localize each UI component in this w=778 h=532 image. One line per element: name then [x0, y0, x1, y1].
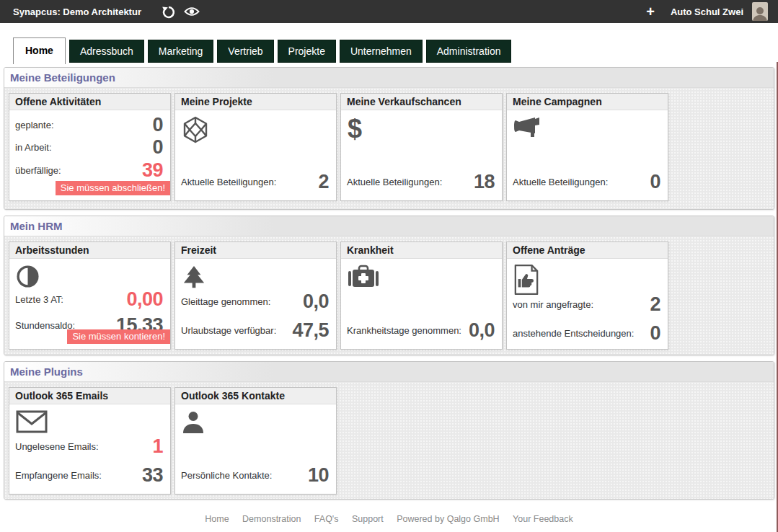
footer-link-powered-by[interactable]: Powered by Qalgo GmbH: [397, 514, 499, 524]
history-icon[interactable]: [160, 4, 177, 19]
stat-value: 0,0: [303, 292, 329, 311]
stat-value: 0: [650, 324, 660, 343]
card-meine-verkaufschancen: Meine Verkaufschancen $ Aktuelle Beteili…: [340, 93, 503, 201]
stat-value: 2: [318, 172, 329, 192]
section-body: Arbeitsstunden Letzte 3 AT: 0,00 Stunden…: [4, 236, 774, 355]
card-title: Meine Verkaufschancen: [341, 94, 502, 110]
dollar-icon: $: [348, 116, 502, 142]
stat-row: Letzte 3 AT: 0,00: [15, 290, 163, 309]
stat-row: Krankheitstage genommen: 0,0: [347, 321, 495, 340]
stat-row: geplante: 0: [15, 115, 163, 135]
envelope-icon: [16, 410, 170, 433]
card-offene-antraege: Offene Anträge von mir angefragte: 2 ans…: [506, 241, 668, 350]
topbar: Synapcus: Demo Architektur + Auto Schul …: [0, 0, 778, 23]
stat-label: von mir angefragte:: [513, 299, 593, 310]
card-title: Outlook 365 Kontakte: [175, 388, 336, 404]
stat-label: Aktuelle Beteiligungen:: [513, 177, 608, 187]
footer-link-faqs[interactable]: FAQ's: [314, 514, 339, 524]
stat-label: Gleittage genommen:: [181, 296, 270, 307]
section-plugins: Meine Plugins Outlook 365 Emails Ungeles…: [4, 361, 774, 500]
stat-label: überfällige:: [15, 165, 61, 176]
stat-value: 2: [650, 295, 660, 314]
section-title: Meine Beteiligungen: [4, 68, 774, 88]
stat-label: Urlaubstage verfügbar:: [181, 325, 276, 336]
person-icon: [182, 410, 336, 433]
card-arbeitsstunden: Arbeitsstunden Letzte 3 AT: 0,00 Stunden…: [9, 241, 171, 350]
card-title: Outlook 365 Emails: [9, 388, 170, 404]
stat-row: Urlaubstage verfügbar: 47,5: [181, 321, 329, 340]
stat-label: in Arbeit:: [15, 142, 52, 153]
stat-value: 18: [474, 172, 495, 192]
eye-icon[interactable]: [183, 4, 200, 19]
card-title: Offene Aktivitäten: [9, 94, 170, 110]
tree-icon: [182, 265, 336, 291]
current-user-name[interactable]: Auto Schul Zwei: [671, 6, 743, 17]
card-title: Meine Campagnen: [507, 94, 668, 110]
stat-value: 0,0: [469, 321, 495, 340]
footer-link-feedback[interactable]: Your Feedback: [513, 514, 573, 524]
stat-row: Persönliche Kontakte: 10: [181, 466, 329, 485]
stat-row: anstehende Entscheidungen: 0: [513, 324, 660, 343]
stat-value: 10: [308, 466, 329, 485]
stat-label: anstehende Entscheidungen:: [513, 328, 634, 339]
card-title: Krankheit: [341, 242, 502, 259]
stat-value-alert: 0,00: [126, 290, 163, 309]
contrast-icon: [16, 265, 170, 288]
card-offene-aktivitaeten: Offene Aktivitäten geplante: 0 in Arbeit…: [9, 93, 171, 201]
main-nav: Home Adressbuch Marketing Vertrieb Proje…: [0, 23, 778, 63]
stat-value: 0: [650, 172, 660, 192]
card-krankheit: Krankheit Krankheitstage genommen: 0,0: [340, 241, 503, 350]
stat-row: Aktuelle Beteiligungen: 0: [513, 172, 660, 192]
card-title: Freizeit: [175, 242, 336, 259]
card-title: Meine Projekte: [175, 94, 336, 110]
first-aid-icon: [348, 265, 502, 289]
card-freizeit: Freizeit Gleittage genommen: 0,0 Urlaubs…: [174, 241, 337, 350]
tab-administration[interactable]: Administration: [426, 40, 512, 63]
section-body: Offene Aktivitäten geplante: 0 in Arbeit…: [4, 88, 774, 209]
tab-adressbuch[interactable]: Adressbuch: [69, 40, 144, 63]
stat-value-alert: 1: [152, 437, 163, 456]
tab-unternehmen[interactable]: Unternehmen: [340, 40, 423, 63]
card-meine-campagnen: Meine Campagnen Aktuelle Beteiligungen: …: [506, 93, 668, 201]
stat-row: überfällige: 39: [15, 161, 163, 180]
cube-icon: [182, 116, 336, 145]
section-hrm: Mein HRM Arbeitsstunden Letzte 3 AT: 0,0…: [4, 216, 774, 355]
footer-link-support[interactable]: Support: [352, 514, 384, 524]
stat-row: Ungelesene Emails: 1: [15, 437, 163, 456]
section-title: Mein HRM: [4, 216, 774, 236]
stat-row: Empfangene Emails: 33: [15, 466, 163, 485]
footer-link-demonstration[interactable]: Demonstration: [242, 514, 301, 524]
stat-value: 47,5: [292, 321, 329, 340]
section-body: Outlook 365 Emails Ungelesene Emails: 1 …: [4, 382, 774, 499]
megaphone-icon: [513, 116, 668, 139]
card-outlook-emails: Outlook 365 Emails Ungelesene Emails: 1 …: [9, 387, 171, 495]
card-title: Offene Anträge: [507, 242, 668, 259]
tab-vertrieb[interactable]: Vertrieb: [217, 40, 273, 63]
stat-label: Aktuelle Beteiligungen:: [181, 177, 276, 187]
footer-link-home[interactable]: Home: [205, 514, 229, 524]
stat-value: 33: [142, 466, 163, 485]
stat-row: Aktuelle Beteiligungen: 2: [181, 172, 329, 192]
card-title: Arbeitsstunden: [9, 242, 170, 259]
user-avatar[interactable]: [752, 2, 768, 21]
stat-row: Gleittage genommen: 0,0: [181, 292, 329, 311]
stat-label: Ungelesene Emails:: [15, 441, 99, 452]
tab-marketing[interactable]: Marketing: [148, 40, 213, 63]
stat-label: geplante:: [15, 120, 54, 130]
stat-value: 0: [152, 115, 163, 135]
plus-icon[interactable]: +: [646, 5, 655, 18]
tab-home[interactable]: Home: [13, 37, 66, 64]
footer: Home Demonstration FAQ's Support Powered…: [0, 500, 778, 525]
stat-label: Persönliche Kontakte:: [181, 470, 272, 481]
stat-label: Krankheitstage genommen:: [347, 325, 461, 336]
alert-badge: Sie müssen abschließen!: [56, 181, 170, 195]
stat-row: von mir angefragte: 2: [513, 295, 660, 314]
stat-label: Aktuelle Beteiligungen:: [347, 177, 442, 187]
approval-document-icon: [513, 265, 668, 295]
tab-projekte[interactable]: Projekte: [278, 40, 336, 63]
card-meine-projekte: Meine Projekte Aktuelle Beteiligungen: 2: [174, 93, 337, 201]
stat-value: 0: [152, 138, 163, 157]
stat-label: Empfangene Emails:: [15, 470, 102, 481]
card-outlook-kontakte: Outlook 365 Kontakte Persönliche Kontakt…: [174, 387, 337, 495]
stat-row: in Arbeit: 0: [15, 138, 163, 157]
